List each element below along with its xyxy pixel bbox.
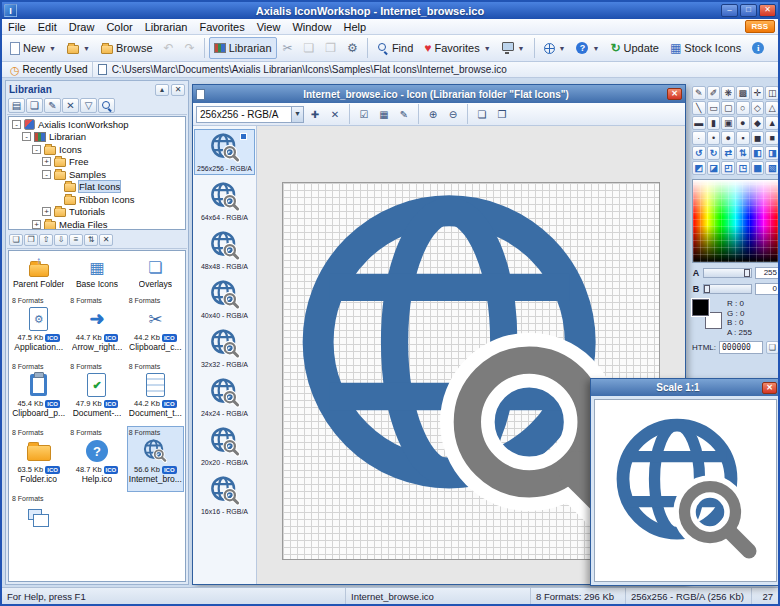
format-item-64x64-rgb-a[interactable]: 64x64 - RGB/A [194, 178, 255, 224]
format-select-arrow-icon[interactable]: ▼ [291, 107, 303, 122]
color-palette[interactable] [692, 179, 779, 263]
redo-button[interactable]: ↷ [180, 37, 200, 59]
file-item-folder-ico[interactable]: 8 Formats63.5 KbICOFolder.ico [10, 426, 67, 492]
tree-item-tutorials[interactable]: +Tutorials [9, 206, 185, 219]
format-select[interactable]: 256x256 - RGB/A ▼ [196, 106, 304, 123]
shortcut-base-icons[interactable]: ▦Base Icons [68, 252, 125, 294]
flip-horizontal-tool-button[interactable]: ⇄ [721, 146, 735, 160]
recent-file-path[interactable]: C:\Users\Marc\Documents\Axialis Libraria… [112, 64, 507, 75]
lib-import-button[interactable]: ⇩ [54, 234, 68, 246]
info-button[interactable]: i [747, 37, 769, 59]
foreground-color-swatch[interactable] [692, 299, 709, 316]
slider-a-thumb[interactable] [744, 269, 750, 277]
document-titlebar[interactable]: Internet_browse.ico - Icon (Librarian fo… [193, 85, 685, 103]
rss-badge[interactable]: RSS [745, 20, 775, 33]
filled-bar-tool-button[interactable]: ▮ [707, 116, 721, 130]
browse-button[interactable]: Browse [96, 37, 158, 59]
new-dropdown-arrow[interactable]: ▼ [49, 45, 56, 52]
tree-item-media-files[interactable]: +Media Files [9, 218, 185, 230]
tree-expander-icon[interactable]: - [22, 132, 31, 141]
lib-paste-button[interactable]: ❐ [24, 234, 38, 246]
lib-tab-library-view-button[interactable]: ▤ [8, 98, 25, 113]
shortcut-overlays[interactable]: ❏Overlays [127, 252, 184, 294]
doc-paste-button[interactable]: ❐ [493, 105, 511, 123]
diamond-tool-button[interactable]: ◇ [751, 101, 765, 115]
slider-a-value[interactable]: 255 [755, 267, 779, 279]
open-dropdown-arrow[interactable]: ▼ [83, 45, 90, 52]
stock-icons-button[interactable]: ▦ Stock Icons [665, 37, 746, 59]
file-item-partial[interactable]: 8 Formats [10, 492, 67, 558]
rounded-rectangle-tool-button[interactable]: ▢ [721, 101, 735, 115]
doc-test-icon-button[interactable]: ☑ [355, 105, 373, 123]
format-item-40x40-rgb-a[interactable]: 40x40 - RGB/A [194, 276, 255, 322]
brush-tool-button[interactable]: ✐ [707, 86, 721, 100]
close-button[interactable]: ✕ [759, 4, 776, 17]
tree-expander-icon[interactable]: + [32, 220, 41, 229]
effect-corner-2-tool-button[interactable]: ◳ [736, 161, 750, 175]
effect-shade-2-tool-button[interactable]: ◪ [707, 161, 721, 175]
format-item-32x32-rgb-a[interactable]: 32x32 - RGB/A [194, 325, 255, 371]
tree-expander-icon[interactable]: + [42, 207, 51, 216]
find-button[interactable]: Find [372, 37, 418, 59]
menu-view[interactable]: View [251, 20, 287, 34]
flip-vertical-tool-button[interactable]: ⇅ [736, 146, 750, 160]
lib-delete-button[interactable]: ✕ [99, 234, 113, 246]
lib-tab-delete-button[interactable]: ✕ [62, 98, 79, 113]
shear-right-tool-button[interactable]: ◨ [765, 146, 779, 160]
fill-tool-button[interactable]: ▩ [736, 86, 750, 100]
lib-copy-button[interactable]: ❏ [9, 234, 23, 246]
menu-librarian[interactable]: Librarian [139, 20, 194, 34]
html-color-field[interactable]: 000000 [719, 341, 763, 354]
file-item-arrow-right[interactable]: 8 Formats➜44.7 KbICOArrow_right... [68, 294, 125, 360]
filled-ellipse-tool-button[interactable]: ● [736, 116, 750, 130]
ellipse-tool-button[interactable]: ○ [736, 101, 750, 115]
tree-expander-icon[interactable]: - [12, 120, 21, 129]
copy-button[interactable]: ❏ [299, 37, 320, 59]
filled-triangle-tool-button[interactable]: ▲ [765, 116, 779, 130]
triangle-tool-button[interactable]: △ [765, 101, 779, 115]
help-button[interactable]: ? ▼ [571, 37, 604, 59]
lib-tab-search-button[interactable] [98, 98, 115, 113]
settings-button[interactable]: ⚙ [342, 37, 363, 59]
doc-zoom-in-button[interactable]: ⊕ [424, 105, 442, 123]
lib-sort-button[interactable]: ⇅ [84, 234, 98, 246]
brush-size-2-tool-button[interactable]: • [707, 131, 721, 145]
rectangle-tool-button[interactable]: ▭ [707, 101, 721, 115]
rotate-left-tool-button[interactable]: ↺ [692, 146, 706, 160]
menu-draw[interactable]: Draw [63, 20, 101, 34]
web-dropdown-arrow[interactable]: ▼ [559, 45, 566, 52]
filled-rounded-rectangle-tool-button[interactable]: ▣ [721, 116, 735, 130]
effect-hatch-tool-button[interactable]: ▧ [765, 161, 779, 175]
doc-delete-format-button[interactable]: ✕ [326, 105, 344, 123]
librarian-toggle-button[interactable]: Librarian [209, 37, 277, 59]
menu-edit[interactable]: Edit [32, 20, 63, 34]
brush-size-4-tool-button[interactable]: ▪ [736, 131, 750, 145]
file-item-document[interactable]: 8 Formats✔47.9 KbICODocument-... [68, 360, 125, 426]
doc-new-format-button[interactable]: ✚ [306, 105, 324, 123]
tree-item-flat-icons[interactable]: Flat Icons [9, 181, 185, 194]
filled-rectangle-tool-button[interactable]: ▬ [692, 116, 706, 130]
pencil-tool-button[interactable]: ✎ [692, 86, 706, 100]
screen-capture-button[interactable]: ▼ [497, 37, 530, 59]
undo-button[interactable]: ↶ [159, 37, 179, 59]
lib-export-button[interactable]: ⇧ [39, 234, 53, 246]
menu-favorites[interactable]: Favorites [193, 20, 250, 34]
file-item-help-ico[interactable]: 8 Formats?48.7 KbICOHelp.ico [68, 426, 125, 492]
cut-button[interactable]: ✂ [278, 37, 298, 59]
color-picker-tool-button[interactable]: ✛ [751, 86, 765, 100]
file-item-application[interactable]: 8 Formats⚙47.5 KbICOApplication... [10, 294, 67, 360]
slider-b-thumb[interactable] [704, 285, 710, 293]
brush-size-3-tool-button[interactable]: ● [721, 131, 735, 145]
tree-expander-icon[interactable]: - [32, 145, 41, 154]
web-button[interactable]: ▼ [539, 37, 571, 59]
file-item-internet-bro[interactable]: 8 Formats56.6 KbICOInternet_bro... [127, 426, 184, 492]
scale-window-titlebar[interactable]: Scale 1:1 ✕ [591, 379, 780, 396]
filled-diamond-tool-button[interactable]: ◆ [751, 116, 765, 130]
new-button[interactable]: New ▼ [5, 37, 61, 59]
tree-expander-icon[interactable]: + [42, 157, 51, 166]
line-tool-button[interactable]: ╲ [692, 101, 706, 115]
recently-used-button[interactable]: ◷ Recently Used [6, 62, 93, 77]
shortcut-parent-folder[interactable]: ↑Parent Folder [10, 252, 67, 294]
update-button[interactable]: ↻ Update [605, 37, 664, 59]
document-close-button[interactable]: ✕ [667, 88, 682, 100]
